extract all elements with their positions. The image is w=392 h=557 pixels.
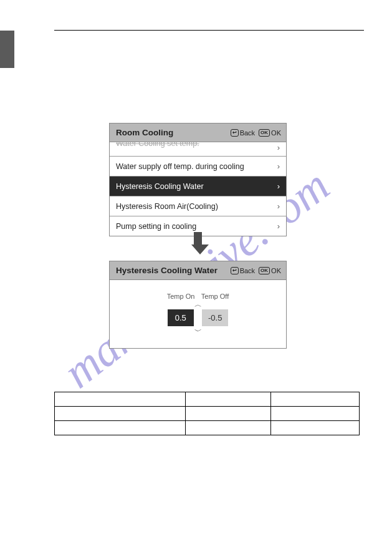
menu-item-label: Water Cooling set temp. (116, 142, 277, 148)
ok-icon: OK (259, 267, 270, 274)
ok-icon: OK (259, 129, 270, 137)
back-icon: ↩ (231, 129, 239, 137)
settings-panel-hysteresis: Hysteresis Cooling Water ↩ Back OK OK Te… (109, 261, 287, 349)
menu-item-water-cooling-set-temp[interactable]: Water Cooling set temp. › (110, 142, 286, 157)
adjust-body: Temp OnTemp Off ︿ 0.5 -0.5 ﹀ (110, 280, 286, 348)
menu-item-label: Pump setting in cooling (116, 222, 277, 231)
chevron-right-icon: › (277, 143, 280, 152)
ok-label: OK (271, 267, 281, 274)
ok-button[interactable]: OK OK (259, 129, 281, 137)
value-temp-on[interactable]: 0.5 (168, 309, 194, 326)
menu-panel-room-cooling: Room Cooling ↩ Back OK OK Water Cooling … (109, 123, 287, 236)
panel-header: Hysteresis Cooling Water ↩ Back OK OK (110, 261, 286, 280)
flow-arrow-icon (191, 232, 204, 254)
table-row (55, 407, 360, 421)
panel-title: Hysteresis Cooling Water (116, 266, 227, 275)
column-labels: Temp OnTemp Off (110, 293, 286, 300)
menu-item-water-supply-off[interactable]: Water supply off temp. during cooling › (110, 157, 286, 177)
chevron-right-icon: › (277, 201, 280, 211)
label-temp-off: Temp Off (198, 293, 232, 300)
ok-button[interactable]: OK OK (259, 267, 281, 274)
ok-label: OK (271, 129, 281, 137)
back-button[interactable]: ↩ Back (231, 267, 255, 274)
parameter-table (54, 392, 360, 435)
panel-header: Room Cooling ↩ Back OK OK (110, 124, 286, 142)
stepper-up-icon[interactable]: ︿ (110, 301, 286, 308)
chevron-right-icon: › (277, 182, 280, 191)
back-label: Back (240, 129, 255, 137)
back-icon: ↩ (231, 267, 239, 274)
chevron-right-icon: › (277, 221, 280, 231)
menu-item-hysteresis-room-air[interactable]: Hysteresis Room Air(Cooling) › (110, 196, 286, 216)
page-edge-tab (0, 31, 14, 68)
value-temp-off[interactable]: -0.5 (202, 309, 228, 326)
panel-title: Room Cooling (116, 128, 227, 137)
menu-item-label: Water supply off temp. during cooling (116, 162, 277, 171)
menu-item-label: Hysteresis Cooling Water (116, 182, 277, 191)
table-row (55, 421, 360, 435)
table-row (55, 392, 360, 407)
menu-item-hysteresis-cooling-water[interactable]: Hysteresis Cooling Water › (110, 177, 286, 196)
label-temp-on: Temp On (164, 293, 198, 300)
top-rule (54, 30, 364, 31)
back-label: Back (240, 267, 255, 274)
chevron-right-icon: › (277, 162, 280, 171)
menu-item-label: Hysteresis Room Air(Cooling) (116, 202, 277, 211)
stepper-down-icon[interactable]: ﹀ (110, 328, 286, 334)
back-button[interactable]: ↩ Back (231, 129, 255, 137)
